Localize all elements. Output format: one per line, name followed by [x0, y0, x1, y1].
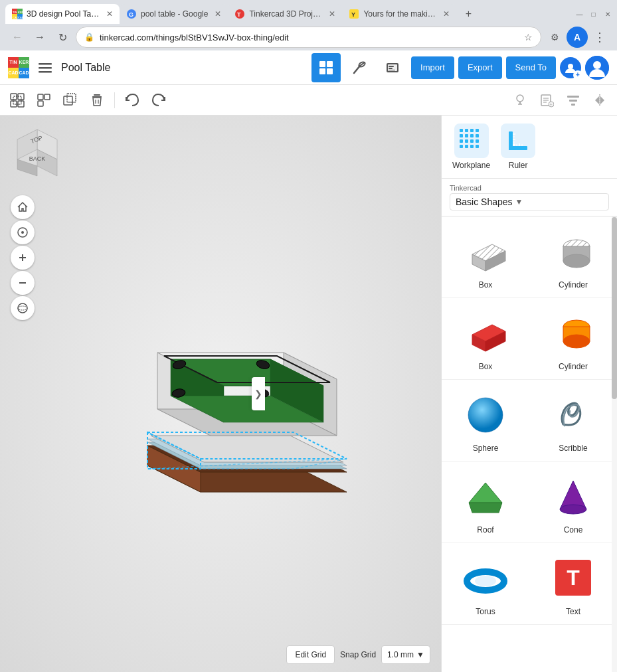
svg-rect-55	[567, 96, 579, 98]
group-button[interactable]	[5, 88, 29, 112]
refresh-button[interactable]: ↻	[53, 28, 72, 46]
shape-item-sphere[interactable]: Sphere	[442, 380, 529, 462]
viewport[interactable]: TOP BACK	[0, 116, 441, 672]
edit-grid-button[interactable]: Edit Grid	[286, 645, 335, 664]
ruler-tool[interactable]: Ruler	[501, 124, 535, 170]
shapes-grid: Box Cy	[442, 216, 617, 630]
extensions-button[interactable]: ⚙	[545, 28, 564, 46]
shape-item-box-red[interactable]: Box	[442, 298, 529, 380]
svg-text:BACK: BACK	[29, 155, 46, 162]
delete-button[interactable]	[85, 88, 109, 112]
svg-rect-16	[39, 71, 52, 73]
back-button[interactable]: ←	[8, 28, 27, 46]
redo-button[interactable]	[147, 88, 171, 112]
svg-rect-39	[38, 101, 43, 106]
bookmark-icon[interactable]: ☆	[524, 32, 533, 42]
scrollbar-track[interactable]	[612, 216, 617, 672]
help-button[interactable]	[508, 88, 532, 112]
orientation-cube[interactable]: TOP BACK	[11, 126, 64, 179]
codeblocks-view-button[interactable]	[378, 53, 407, 82]
svg-point-46	[517, 95, 523, 102]
shape-label-box-gray: Box	[479, 280, 493, 290]
shape-item-cylinder-orange[interactable]: Cylinder	[529, 298, 617, 380]
close-button[interactable]: ✕	[603, 10, 612, 19]
user-avatar[interactable]	[585, 56, 609, 80]
svg-rect-40	[64, 96, 72, 105]
browser-toolbar-right: ⚙ A ⋮	[545, 27, 609, 48]
undo-button[interactable]	[120, 88, 144, 112]
shape-item-scribble[interactable]: Scribble	[529, 380, 617, 462]
hamburger-button[interactable]	[36, 58, 54, 77]
project-title: Pool Table	[61, 62, 110, 74]
tab1-close[interactable]: ✕	[106, 9, 113, 19]
tab2-title: pool table - Google	[141, 9, 208, 19]
scrollbar-thumb[interactable]	[612, 217, 617, 399]
orbit-button[interactable]	[11, 296, 35, 320]
panel-collapse-button[interactable]: ❯	[252, 377, 265, 410]
shape-preview-scribble	[547, 388, 600, 441]
svg-rect-36	[13, 96, 21, 104]
shapes-section: Tinkercad Basic Shapes ▼	[442, 179, 617, 672]
grid-view-button[interactable]	[311, 53, 341, 82]
tab3-close[interactable]: ✕	[329, 9, 335, 19]
ruler-icon	[501, 124, 535, 158]
tab2-close[interactable]: ✕	[215, 9, 221, 19]
shape-label-cylinder-orange: Cylinder	[559, 362, 588, 371]
svg-rect-56	[569, 100, 577, 102]
sendto-button[interactable]: Send To	[506, 56, 556, 79]
window-controls: — □ ✕	[575, 10, 612, 19]
ungroup-button[interactable]	[32, 88, 56, 112]
zoom-out-button[interactable]	[11, 271, 35, 295]
zoom-in-button[interactable]	[11, 246, 35, 270]
svg-point-141	[560, 505, 586, 514]
svg-rect-96	[460, 129, 463, 132]
3d-view-button[interactable]	[345, 53, 374, 82]
address-bar: ← → ↻ 🔒 tinkercad.com/things/blStBV1SwJV…	[0, 24, 617, 50]
shape-item-roof[interactable]: Roof	[442, 462, 529, 543]
svg-marker-138	[469, 483, 502, 503]
shape-item-text[interactable]: T Text	[529, 543, 617, 625]
shapes-header: Tinkercad Basic Shapes ▼	[442, 179, 617, 216]
tab-tinkercad[interactable]: T Tinkercad 3D Project ✕	[228, 4, 342, 24]
minimize-button[interactable]: —	[575, 10, 584, 19]
svg-rect-109	[465, 145, 468, 148]
svg-rect-20	[327, 68, 333, 74]
url-bar[interactable]: 🔒 tinkercad.com/things/blStBV1SwJV-box-t…	[76, 27, 541, 48]
shape-item-box-gray[interactable]: Box	[442, 216, 529, 298]
browser-chrome: TIN KER CAD CAD 3D design Pool Table ✕ G…	[0, 0, 617, 50]
svg-rect-110	[470, 145, 474, 148]
tab-yours[interactable]: Y Yours for the makin... ✕	[342, 4, 456, 24]
svg-rect-104	[460, 139, 463, 143]
shape-item-cylinder-gray[interactable]: Cylinder	[529, 216, 617, 298]
forward-button[interactable]: →	[31, 28, 49, 46]
shape-item-cone[interactable]: Cone	[529, 462, 617, 543]
duplicate-button[interactable]	[58, 88, 82, 112]
svg-text:TIN: TIN	[13, 11, 17, 14]
svg-rect-41	[67, 94, 76, 102]
add-user-button[interactable]: +	[560, 57, 581, 78]
home-view-button[interactable]	[11, 195, 35, 219]
select-mode-button[interactable]	[11, 220, 35, 244]
svg-rect-98	[470, 129, 474, 132]
shape-item-torus[interactable]: Torus	[442, 543, 529, 625]
shape-label-scribble: Scribble	[559, 444, 587, 453]
note-button[interactable]: +	[535, 88, 559, 112]
align-button[interactable]	[561, 88, 585, 112]
workplane-tool[interactable]: Workplane	[452, 124, 490, 170]
svg-rect-105	[465, 139, 468, 143]
snap-grid-select[interactable]: 1.0 mm ▼	[381, 645, 430, 664]
mirror-button[interactable]	[588, 88, 612, 112]
svg-rect-26	[389, 66, 394, 67]
shape-preview-roof	[459, 469, 512, 523]
tab4-close[interactable]: ✕	[443, 9, 450, 19]
tab-3d-design[interactable]: TIN KER CAD CAD 3D design Pool Table ✕	[5, 4, 120, 24]
shapes-dropdown[interactable]: Basic Shapes ▼	[450, 193, 609, 210]
new-tab-button[interactable]: +	[459, 5, 478, 23]
tab-google[interactable]: G pool table - Google ✕	[120, 4, 228, 24]
user-profile-button[interactable]: A	[567, 27, 588, 48]
import-button[interactable]: Import	[411, 56, 454, 79]
shapes-dropdown-label: Basic Shapes	[456, 197, 513, 207]
browser-menu-button[interactable]: ⋮	[590, 28, 609, 46]
export-button[interactable]: Export	[458, 56, 502, 79]
maximize-button[interactable]: □	[589, 10, 598, 19]
